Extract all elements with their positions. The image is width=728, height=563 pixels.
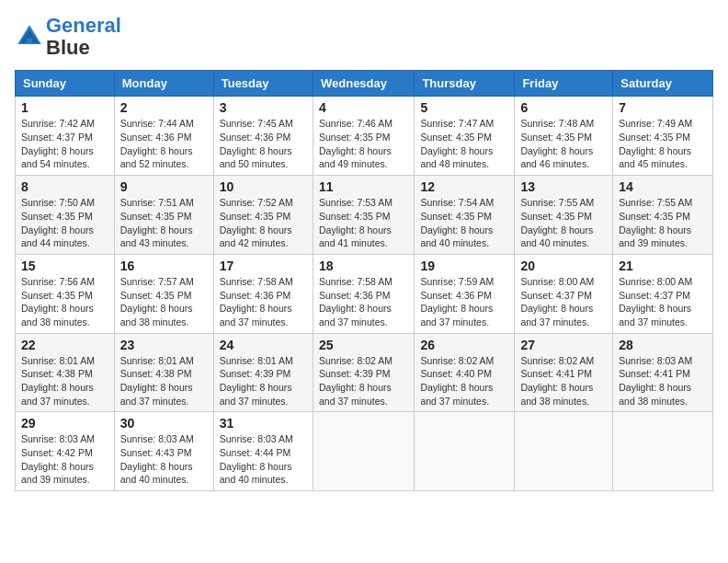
logo: General Blue	[15, 15, 121, 59]
weekday-header: Tuesday	[213, 71, 313, 97]
day-number: 17	[220, 259, 307, 273]
calendar-week: 29Sunrise: 8:03 AMSunset: 4:42 PMDayligh…	[16, 412, 713, 491]
calendar-table: SundayMondayTuesdayWednesdayThursdayFrid…	[15, 70, 713, 491]
day-info: Sunrise: 7:58 AMSunset: 4:36 PMDaylight:…	[319, 275, 408, 329]
weekday-header: Thursday	[415, 71, 515, 97]
day-number: 28	[619, 338, 707, 352]
weekday-header: Saturday	[613, 71, 713, 97]
day-info: Sunrise: 8:00 AMSunset: 4:37 PMDaylight:…	[619, 275, 707, 329]
day-info: Sunrise: 8:01 AMSunset: 4:38 PMDaylight:…	[120, 354, 208, 408]
day-info: Sunrise: 8:02 AMSunset: 4:41 PMDaylight:…	[520, 354, 607, 408]
calendar-week: 22Sunrise: 8:01 AMSunset: 4:38 PMDayligh…	[16, 333, 713, 412]
calendar-week: 1Sunrise: 7:42 AMSunset: 4:37 PMDaylight…	[16, 97, 713, 176]
day-info: Sunrise: 7:52 AMSunset: 4:35 PMDaylight:…	[220, 196, 307, 250]
day-info: Sunrise: 7:42 AMSunset: 4:37 PMDaylight:…	[21, 117, 108, 171]
calendar-cell: 28Sunrise: 8:03 AMSunset: 4:41 PMDayligh…	[613, 333, 713, 412]
calendar-cell: 24Sunrise: 8:01 AMSunset: 4:39 PMDayligh…	[213, 333, 313, 412]
calendar-cell: 27Sunrise: 8:02 AMSunset: 4:41 PMDayligh…	[515, 333, 613, 412]
day-info: Sunrise: 7:54 AMSunset: 4:35 PMDaylight:…	[420, 196, 508, 250]
day-number: 6	[520, 100, 607, 115]
svg-rect-2	[27, 39, 32, 44]
day-info: Sunrise: 8:02 AMSunset: 4:40 PMDaylight:…	[420, 354, 508, 408]
day-info: Sunrise: 8:03 AMSunset: 4:44 PMDaylight:…	[220, 432, 307, 487]
logo-icon	[15, 22, 44, 52]
day-number: 21	[619, 259, 707, 273]
calendar-cell: 20Sunrise: 8:00 AMSunset: 4:37 PMDayligh…	[515, 254, 613, 333]
day-number: 8	[21, 179, 108, 194]
day-info: Sunrise: 8:03 AMSunset: 4:41 PMDaylight:…	[619, 354, 707, 408]
day-info: Sunrise: 7:55 AMSunset: 4:35 PMDaylight:…	[619, 196, 707, 250]
calendar-cell: 23Sunrise: 8:01 AMSunset: 4:38 PMDayligh…	[114, 333, 213, 412]
day-info: Sunrise: 7:59 AMSunset: 4:36 PMDaylight:…	[420, 275, 508, 329]
calendar-cell: 6Sunrise: 7:48 AMSunset: 4:35 PMDaylight…	[515, 97, 613, 176]
calendar-cell: 31Sunrise: 8:03 AMSunset: 4:44 PMDayligh…	[213, 412, 313, 491]
day-number: 26	[420, 338, 508, 352]
day-number: 15	[21, 259, 108, 273]
calendar-cell: 17Sunrise: 7:58 AMSunset: 4:36 PMDayligh…	[213, 254, 313, 333]
calendar-cell: 16Sunrise: 7:57 AMSunset: 4:35 PMDayligh…	[114, 254, 213, 333]
day-number: 25	[319, 338, 408, 352]
day-number: 3	[220, 100, 307, 115]
day-number: 30	[120, 416, 208, 431]
day-info: Sunrise: 7:48 AMSunset: 4:35 PMDaylight:…	[520, 117, 607, 171]
calendar-cell: 26Sunrise: 8:02 AMSunset: 4:40 PMDayligh…	[415, 333, 515, 412]
day-number: 9	[120, 179, 208, 194]
calendar-cell: 3Sunrise: 7:45 AMSunset: 4:36 PMDaylight…	[213, 97, 313, 176]
day-number: 22	[21, 338, 108, 352]
day-info: Sunrise: 7:56 AMSunset: 4:35 PMDaylight:…	[21, 275, 108, 329]
calendar-cell	[313, 412, 414, 491]
day-info: Sunrise: 7:49 AMSunset: 4:35 PMDaylight:…	[619, 117, 707, 171]
calendar-cell: 10Sunrise: 7:52 AMSunset: 4:35 PMDayligh…	[213, 176, 313, 255]
day-number: 16	[120, 259, 208, 273]
page-header: General Blue	[15, 15, 713, 59]
day-number: 4	[319, 100, 408, 115]
calendar-cell: 19Sunrise: 7:59 AMSunset: 4:36 PMDayligh…	[415, 254, 515, 333]
calendar-cell: 18Sunrise: 7:58 AMSunset: 4:36 PMDayligh…	[313, 254, 414, 333]
calendar-cell: 5Sunrise: 7:47 AMSunset: 4:35 PMDaylight…	[415, 97, 515, 176]
weekday-header: Friday	[515, 71, 613, 97]
day-info: Sunrise: 8:01 AMSunset: 4:38 PMDaylight:…	[21, 354, 108, 408]
day-number: 27	[520, 338, 607, 352]
calendar-cell: 15Sunrise: 7:56 AMSunset: 4:35 PMDayligh…	[16, 254, 115, 333]
weekday-header: Wednesday	[313, 71, 414, 97]
calendar-cell: 13Sunrise: 7:55 AMSunset: 4:35 PMDayligh…	[515, 176, 613, 255]
day-info: Sunrise: 7:53 AMSunset: 4:35 PMDaylight:…	[319, 196, 408, 250]
day-number: 12	[420, 179, 508, 194]
logo-text: General Blue	[46, 15, 121, 59]
day-info: Sunrise: 8:02 AMSunset: 4:39 PMDaylight:…	[319, 354, 408, 408]
calendar-cell: 22Sunrise: 8:01 AMSunset: 4:38 PMDayligh…	[16, 333, 115, 412]
day-number: 31	[220, 416, 307, 431]
calendar-week: 15Sunrise: 7:56 AMSunset: 4:35 PMDayligh…	[16, 254, 713, 333]
day-number: 19	[420, 259, 508, 273]
calendar-cell: 30Sunrise: 8:03 AMSunset: 4:43 PMDayligh…	[114, 412, 213, 491]
day-info: Sunrise: 8:03 AMSunset: 4:42 PMDaylight:…	[21, 432, 108, 487]
calendar-cell: 21Sunrise: 8:00 AMSunset: 4:37 PMDayligh…	[613, 254, 713, 333]
day-number: 23	[120, 338, 208, 352]
calendar-week: 8Sunrise: 7:50 AMSunset: 4:35 PMDaylight…	[16, 176, 713, 255]
calendar-cell: 9Sunrise: 7:51 AMSunset: 4:35 PMDaylight…	[114, 176, 213, 255]
day-number: 1	[21, 100, 108, 115]
calendar-cell: 12Sunrise: 7:54 AMSunset: 4:35 PMDayligh…	[415, 176, 515, 255]
calendar-cell: 7Sunrise: 7:49 AMSunset: 4:35 PMDaylight…	[613, 97, 713, 176]
calendar-cell: 4Sunrise: 7:46 AMSunset: 4:35 PMDaylight…	[313, 97, 414, 176]
calendar-cell	[415, 412, 515, 491]
calendar-cell: 14Sunrise: 7:55 AMSunset: 4:35 PMDayligh…	[613, 176, 713, 255]
day-info: Sunrise: 7:58 AMSunset: 4:36 PMDaylight:…	[220, 275, 307, 329]
day-info: Sunrise: 7:46 AMSunset: 4:35 PMDaylight:…	[319, 117, 408, 171]
day-info: Sunrise: 7:47 AMSunset: 4:35 PMDaylight:…	[420, 117, 508, 171]
day-info: Sunrise: 7:55 AMSunset: 4:35 PMDaylight:…	[520, 196, 607, 250]
day-number: 5	[420, 100, 508, 115]
day-info: Sunrise: 7:57 AMSunset: 4:35 PMDaylight:…	[120, 275, 208, 329]
weekday-header: Sunday	[16, 71, 115, 97]
calendar-cell	[515, 412, 613, 491]
calendar-cell: 1Sunrise: 7:42 AMSunset: 4:37 PMDaylight…	[16, 97, 115, 176]
day-info: Sunrise: 7:44 AMSunset: 4:36 PMDaylight:…	[120, 117, 208, 171]
calendar-cell: 29Sunrise: 8:03 AMSunset: 4:42 PMDayligh…	[16, 412, 115, 491]
day-number: 13	[520, 179, 607, 194]
calendar-cell	[613, 412, 713, 491]
day-info: Sunrise: 8:01 AMSunset: 4:39 PMDaylight:…	[220, 354, 307, 408]
day-number: 20	[520, 259, 607, 273]
day-info: Sunrise: 7:45 AMSunset: 4:36 PMDaylight:…	[220, 117, 307, 171]
calendar-cell: 25Sunrise: 8:02 AMSunset: 4:39 PMDayligh…	[313, 333, 414, 412]
calendar-cell: 11Sunrise: 7:53 AMSunset: 4:35 PMDayligh…	[313, 176, 414, 255]
